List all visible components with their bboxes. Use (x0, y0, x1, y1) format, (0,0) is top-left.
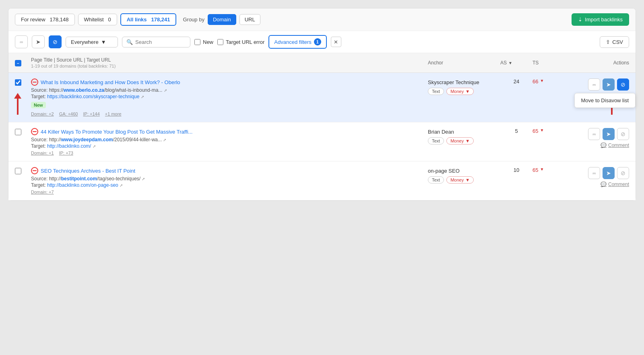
target-url-error-checkbox-label[interactable]: Target URL error (217, 39, 264, 45)
row1-action-icons: ⎓ ➤ ⊘ (588, 78, 629, 91)
target-url-error-checkbox[interactable] (217, 39, 223, 45)
new-checkbox-label[interactable]: New (194, 39, 213, 45)
group-by-url-btn[interactable]: URL (239, 14, 260, 25)
row2-title-link[interactable]: 44 Killer Ways To Promote Your Blog Post… (41, 129, 192, 135)
row1-copy-icon[interactable]: ⎓ (588, 78, 600, 91)
row1-new-badge: New (31, 102, 46, 108)
row2-anchor-text: Brian Dean (428, 129, 500, 135)
row1-source-ext-link[interactable]: ➚ (164, 88, 167, 93)
row1-title-line: What Is Inbound Marketing and How Does I… (31, 78, 424, 86)
row3-checkbox-cell[interactable] (15, 167, 31, 174)
row1-more-stat[interactable]: +1 more (105, 111, 122, 116)
row1-ts-chevron: ▼ (540, 78, 544, 83)
row3-comment-icon: 💬 (601, 182, 607, 187)
row1-source: Source: https://www.oberlo.co.za/blog/wh… (31, 87, 424, 93)
row2-actions: ⎓ ➤ ⊘ 💬 Comment (565, 128, 629, 148)
row1-tag-text[interactable]: Text (428, 88, 444, 95)
whitelist-tab[interactable]: Whitelist 0 (78, 14, 117, 25)
filter-bar: ⎓ ➤ ⊘ Everywhere ▼ 🔍 New Target URL erro… (8, 31, 636, 53)
row1-actions: ⎓ ➤ ⊘ 💬 Comm... Move to Disavow list (565, 78, 629, 99)
row3-send-icon[interactable]: ➤ (603, 167, 615, 179)
advanced-filters-badge: 1 (314, 38, 321, 45)
row1-ip-stat[interactable]: IP: +144 (83, 111, 99, 116)
table-row: 44 Killer Ways To Promote Your Blog Post… (8, 122, 636, 161)
row1-send-icon[interactable]: ➤ (603, 78, 615, 91)
send-icon-btn[interactable]: ➤ (32, 35, 45, 48)
col-ts-header: TS (533, 60, 565, 66)
search-input[interactable] (135, 39, 184, 45)
row2-source-ext-link[interactable]: ➚ (163, 138, 166, 142)
row2-money-chevron: ▼ (465, 138, 470, 143)
row3-domain-stat[interactable]: Domain: +7 (31, 190, 54, 194)
import-backlinks-btn[interactable]: ⇣ Import backlinks (572, 13, 629, 26)
row3-tag-text[interactable]: Text (428, 176, 444, 184)
main-container: For review 178,148 Whitelist 0 All links… (8, 8, 636, 201)
table-row: SEO Techniques Archives - Best IT Point … (8, 161, 636, 200)
row3-title-link[interactable]: SEO Techniques Archives - Best IT Point (41, 168, 135, 174)
new-checkbox[interactable] (194, 39, 200, 45)
row3-main: SEO Techniques Archives - Best IT Point … (31, 167, 428, 194)
row3-target-ext-link[interactable]: ➚ (120, 183, 123, 188)
row2-title-line: 44 Killer Ways To Promote Your Blog Post… (31, 128, 424, 135)
row1-domain-stat[interactable]: Domain: +2 (31, 111, 54, 116)
row2-checkbox[interactable] (15, 129, 21, 135)
search-box[interactable]: 🔍 (122, 37, 190, 47)
row2-send-icon[interactable]: ➤ (603, 128, 615, 140)
top-bar-left: For review 178,148 Whitelist 0 All links… (15, 13, 260, 26)
move-to-disavow-popup[interactable]: Move to Disavow list (574, 93, 636, 108)
disavow-icon-btn[interactable]: ⊘ (49, 35, 62, 48)
row1-title-link[interactable]: What Is Inbound Marketing and How Does I… (41, 79, 180, 85)
row2-disavow-action-icon[interactable]: ⊘ (617, 128, 629, 140)
row1-checkbox-cell[interactable] (15, 78, 31, 86)
row1-ga-stat[interactable]: GA: +460 (59, 111, 78, 116)
row3-action-icons: ⎓ ➤ ⊘ (588, 167, 629, 179)
row1-anchor-text: Skyscraper Technique (428, 79, 500, 85)
col-as-header[interactable]: AS ▼ (500, 60, 533, 66)
row2-comment-link[interactable]: 💬 Comment (601, 142, 629, 148)
row3-as-cell: 10 (500, 167, 533, 173)
row3-anchor: on-page SEO Text Money ▼ (428, 167, 500, 184)
col-actions-header: Actions (565, 60, 629, 66)
everywhere-dropdown[interactable]: Everywhere ▼ (66, 37, 118, 47)
row2-ip-stat[interactable]: IP: +73 (59, 151, 73, 155)
row2-checkbox-cell[interactable] (15, 128, 31, 135)
row1-tag-money[interactable]: Money ▼ (446, 88, 474, 95)
for-review-tab[interactable]: For review 178,148 (15, 14, 75, 25)
row2-copy-icon[interactable]: ⎓ (588, 128, 600, 140)
row1-target-ext-link[interactable]: ➚ (141, 95, 144, 99)
table-header: − Page Title | Source URL | Target URL 1… (8, 53, 636, 73)
csv-export-btn[interactable]: ⇧ CSV (600, 36, 629, 48)
row2-target-link[interactable]: http://backlinko.com/ (47, 143, 91, 149)
group-by-domain-btn[interactable]: Domain (208, 14, 236, 25)
row1-target-link[interactable]: https://backlinko.com/skyscraper-techniq… (47, 94, 139, 99)
row2-target: Target: http://backlinko.com/ ➚ (31, 143, 424, 149)
group-by-label: Group by (183, 17, 204, 23)
row2-tag-money[interactable]: Money ▼ (446, 137, 474, 144)
row1-disavow-action-icon[interactable]: ⊘ (617, 78, 629, 91)
row2-target-ext-link[interactable]: ➚ (93, 144, 96, 149)
row3-checkbox[interactable] (15, 168, 21, 174)
row3-copy-icon[interactable]: ⎓ (588, 167, 600, 179)
advanced-filters-btn[interactable]: Advanced filters 1 (268, 35, 327, 49)
row3-title-line: SEO Techniques Archives - Best IT Point (31, 167, 424, 174)
row3-tag-money[interactable]: Money ▼ (446, 176, 474, 184)
row1-money-chevron: ▼ (465, 89, 470, 94)
row2-domain-line: Domain: +1 IP: +73 (31, 151, 424, 155)
row3-target-link[interactable]: http://backlinko.com/on-page-seo (47, 182, 118, 188)
row3-money-chevron: ▼ (465, 178, 470, 182)
row3-comment-link[interactable]: 💬 Comment (601, 182, 629, 187)
row1-domain-line: Domain: +2 GA: +460 IP: +144 +1 more (31, 111, 424, 116)
row3-target: Target: http://backlinko.com/on-page-seo… (31, 182, 424, 188)
row3-disavow-action-icon[interactable]: ⊘ (617, 167, 629, 179)
row3-source-ext-link[interactable]: ➚ (142, 177, 145, 181)
copy-icon-btn[interactable]: ⎓ (15, 35, 28, 48)
all-links-tab[interactable]: All links 178,241 (120, 13, 177, 26)
row2-tag-text[interactable]: Text (428, 137, 444, 144)
row2-as-cell: 5 (500, 128, 533, 134)
row2-main: 44 Killer Ways To Promote Your Blog Post… (31, 128, 428, 155)
col-anchor-header: Anchor (428, 60, 500, 66)
row3-ts-chevron: ▼ (540, 167, 544, 171)
row1-checkbox[interactable] (15, 79, 21, 86)
row2-domain-stat[interactable]: Domain: +1 (31, 151, 54, 155)
advanced-filters-close-btn[interactable]: ✕ (331, 37, 341, 47)
